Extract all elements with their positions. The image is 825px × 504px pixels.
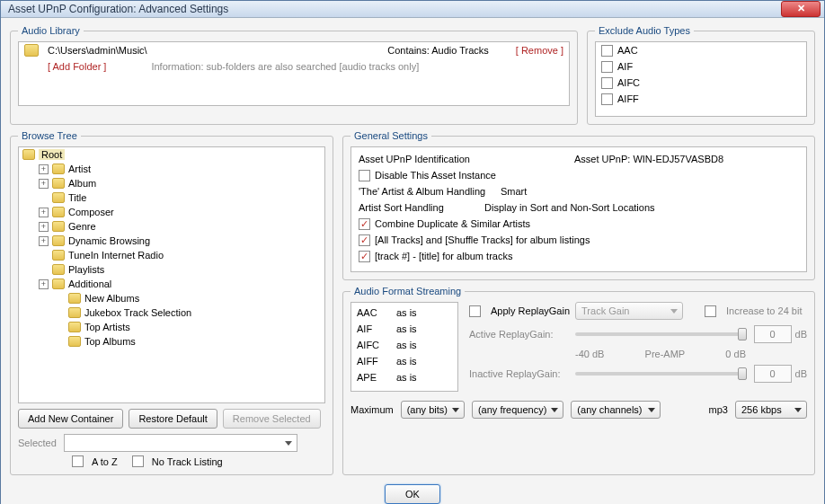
streaming-group: Audio Format Streaming AACas isAIFas isA…	[342, 286, 815, 475]
folder-icon	[52, 264, 65, 275]
general-list[interactable]: Asset UPnP Identification Asset UPnP: WI…	[350, 146, 807, 272]
expand-icon[interactable]: +	[39, 164, 49, 174]
folder-icon	[52, 164, 65, 174]
folder-icon	[24, 44, 39, 57]
format-list[interactable]: AACas isAIFas isAIFCas isAIFFas isAPEas …	[350, 302, 458, 392]
format-mode: as is	[396, 307, 417, 318]
folder-icon	[22, 149, 35, 160]
tree-item-label: Album	[68, 178, 96, 189]
tree-item-label: Additional	[68, 279, 111, 289]
disable-instance-checkbox[interactable]	[359, 170, 370, 181]
no-track-checkbox[interactable]	[132, 455, 144, 467]
tree-item-label: Artist	[68, 164, 91, 174]
all-tracks-checkbox[interactable]: ✓	[359, 234, 370, 246]
tree-item-label: New Albums	[84, 293, 139, 304]
add-container-button[interactable]: Add New Container	[18, 409, 123, 429]
library-contains: Contains: Audio Tracks	[387, 45, 489, 56]
library-path[interactable]: C:\Users\admin\Music\	[48, 45, 387, 56]
ok-button[interactable]: OK	[385, 484, 440, 504]
format-mode: as is	[396, 340, 417, 350]
expand-icon[interactable]: +	[39, 208, 49, 217]
maximum-label: Maximum	[350, 404, 394, 415]
exclude-checkbox[interactable]	[601, 77, 613, 89]
folder-icon	[52, 178, 65, 189]
tree-item-label: Genre	[68, 221, 96, 232]
tree-root[interactable]: Root	[39, 149, 65, 160]
tree-item[interactable]: TuneIn Internet Radio	[19, 248, 324, 262]
remove-link[interactable]: [ Remove ]	[516, 45, 563, 56]
exclude-list[interactable]: AACAIFAIFCAIFF	[595, 41, 807, 117]
library-info: Information: sub-folders are also search…	[151, 61, 419, 72]
preamp-label: Pre-AMP	[645, 349, 686, 359]
exclude-checkbox[interactable]	[601, 61, 613, 73]
disable-instance-label: Disable This Asset Instance	[375, 170, 496, 181]
tree-item[interactable]: +Genre	[19, 219, 324, 234]
a-to-z-checkbox[interactable]	[72, 455, 84, 467]
tree-item[interactable]: +Composer	[19, 205, 324, 219]
format-mode: as is	[396, 372, 417, 383]
exclude-item-label: AIF	[617, 61, 633, 72]
format-name: APE	[357, 372, 396, 383]
audio-library-group: Audio Library C:\Users\admin\Music\ Cont…	[10, 25, 578, 125]
expand-icon[interactable]: +	[39, 279, 49, 289]
tree-item[interactable]: New Albums	[19, 291, 324, 305]
selected-combo[interactable]	[64, 434, 297, 452]
inactive-rg-label: Inactive ReplayGain:	[469, 368, 568, 379]
folder-icon	[52, 192, 65, 203]
combine-checkbox[interactable]: ✓	[359, 218, 370, 230]
tree-item-label: Composer	[68, 207, 114, 217]
format-name: AAC	[357, 307, 396, 318]
close-button[interactable]: ✕	[781, 1, 821, 17]
exclude-checkbox[interactable]	[601, 93, 613, 105]
expand-icon[interactable]: +	[39, 222, 49, 232]
a-to-z-label: A to Z	[92, 456, 118, 467]
any-bits-dropdown[interactable]: (any bits)	[401, 401, 465, 419]
exclude-checkbox[interactable]	[601, 45, 613, 57]
tree-item[interactable]: Jukebox Track Selection	[19, 305, 324, 320]
expand-icon[interactable]: +	[39, 179, 49, 189]
track-fmt-checkbox[interactable]: ✓	[359, 251, 370, 262]
expand-icon[interactable]: +	[39, 236, 49, 246]
tree-item[interactable]: Top Artists	[19, 320, 324, 334]
tree-item[interactable]: Playlists	[19, 262, 324, 277]
tree-item[interactable]: +Album	[19, 176, 324, 190]
increase-24-checkbox[interactable]	[705, 305, 716, 317]
mp3-label: mp3	[709, 404, 728, 415]
format-name: AIF	[357, 323, 396, 334]
active-rg-slider[interactable]	[575, 332, 747, 336]
tree-item[interactable]: +Additional	[19, 277, 324, 291]
tree-item[interactable]: +Artist	[19, 162, 324, 176]
tree-item[interactable]: Title	[19, 190, 324, 205]
browse-tree-group: Browse Tree Root +Artist+AlbumTitle+Comp…	[10, 130, 333, 475]
combine-label: Combine Duplicate & Similar Artists	[375, 218, 530, 229]
the-handling-label: 'The' Artist & Album Handling	[359, 186, 501, 197]
apply-replaygain-checkbox[interactable]	[469, 305, 481, 317]
tree-item[interactable]: +Dynamic Browsing	[19, 234, 324, 248]
mp3-bitrate-dropdown[interactable]: 256 kbps	[735, 401, 807, 419]
browse-legend: Browse Tree	[18, 130, 81, 141]
any-freq-dropdown[interactable]: (any frequency)	[472, 401, 563, 419]
window-title: Asset UPnP Configuration: Advanced Setti…	[8, 3, 781, 15]
all-tracks-label: [All Tracks] and [Shuffle Tracks] for al…	[375, 234, 590, 245]
sort-value: Display in Sort and Non-Sort Locations	[484, 202, 655, 213]
format-name: AIFF	[357, 356, 396, 367]
exclude-item-label: AAC	[617, 45, 638, 56]
inactive-rg-value[interactable]	[754, 365, 792, 383]
tree-view[interactable]: Root +Artist+AlbumTitle+Composer+Genre+D…	[18, 146, 325, 403]
tree-item[interactable]: Top Albums	[19, 334, 324, 349]
folder-icon	[68, 322, 81, 332]
tree-item-label: Playlists	[68, 264, 104, 275]
remove-selected-button: Remove Selected	[223, 409, 321, 429]
add-folder-link[interactable]: [ Add Folder ]	[48, 61, 106, 72]
folder-icon	[68, 307, 81, 318]
any-ch-dropdown[interactable]: (any channels)	[571, 401, 661, 419]
tree-item-label: Top Albums	[84, 336, 136, 347]
tree-item-label: Jukebox Track Selection	[84, 307, 191, 318]
inactive-rg-slider[interactable]	[575, 372, 747, 376]
restore-default-button[interactable]: Restore Default	[129, 409, 217, 429]
format-mode: as is	[396, 323, 417, 334]
audio-library-legend: Audio Library	[18, 25, 84, 36]
active-rg-value[interactable]	[754, 325, 792, 343]
active-rg-label: Active ReplayGain:	[469, 329, 568, 340]
general-settings-group: General Settings Asset UPnP Identificati…	[342, 130, 815, 280]
